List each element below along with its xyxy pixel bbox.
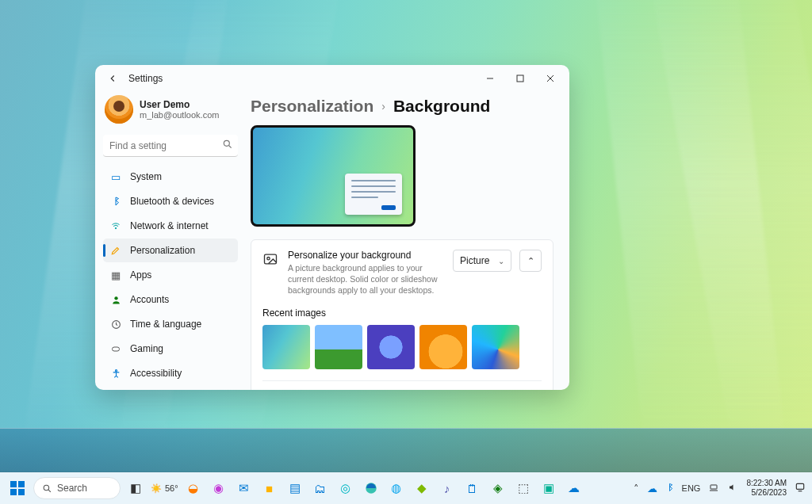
user-email: m_lab@outlook.com (140, 110, 219, 120)
svg-rect-18 (796, 483, 803, 489)
sidebar-item-network[interactable]: Network & internet (103, 214, 238, 238)
sidebar-item-label: Network & internet (130, 220, 209, 231)
pinned-app-11[interactable]: 🗒 (462, 478, 483, 498)
pinned-app-15[interactable]: ☁ (564, 478, 584, 498)
close-button[interactable] (536, 67, 565, 90)
svg-point-4 (224, 140, 229, 146)
settings-window: Settings User Demo m_lab@outlook.com (95, 65, 569, 390)
accessibility-icon (109, 367, 122, 380)
recent-thumb-4[interactable] (419, 325, 467, 369)
svg-line-14 (48, 490, 51, 492)
recent-images-title: Recent images (262, 307, 542, 319)
picture-icon (262, 251, 278, 267)
minimize-button[interactable] (476, 67, 504, 90)
chevron-right-icon: › (381, 100, 385, 113)
search-field[interactable] (103, 135, 238, 157)
sidebar-item-accounts[interactable]: Accounts (103, 288, 238, 311)
tray-overflow[interactable]: ˄ (634, 483, 639, 494)
sidebar-item-label: Bluetooth & devices (130, 196, 214, 207)
sidebar-item-bluetooth[interactable]: Bluetooth & devices (103, 189, 238, 213)
pinned-app-1[interactable]: ◒ (183, 478, 204, 498)
bluetooth-tray-icon[interactable] (665, 482, 674, 495)
system-tray: ˄ ☁ ENG 8:22:30 AM 5/26/2023 (634, 479, 806, 498)
svg-rect-16 (710, 485, 717, 489)
sidebar-item-time[interactable]: Time & language (103, 312, 238, 336)
dropdown-value: Picture (460, 255, 489, 266)
recent-thumb-3[interactable] (367, 325, 415, 369)
svg-line-5 (229, 146, 232, 148)
recent-thumb-1[interactable] (262, 325, 310, 369)
recent-thumb-5[interactable] (472, 325, 519, 369)
sidebar-item-label: System (130, 171, 162, 182)
language-indicator[interactable]: ENG (682, 483, 701, 493)
breadcrumb-current: Background (393, 97, 491, 116)
background-type-dropdown[interactable]: Picture ⌄ (453, 250, 511, 272)
pinned-app-12[interactable]: ◈ (488, 478, 508, 498)
user-profile[interactable]: User Demo m_lab@outlook.com (103, 92, 238, 133)
clock-icon (109, 318, 122, 330)
svg-point-6 (115, 227, 117, 229)
pinned-app-14[interactable]: ▣ (538, 478, 559, 498)
network-tray-icon[interactable] (708, 483, 719, 494)
pinned-app-4[interactable]: ■ (259, 478, 280, 498)
breadcrumb: Personalization › Background (251, 92, 553, 125)
pinned-app-3[interactable]: ✉ (234, 478, 255, 498)
svg-point-13 (44, 485, 49, 491)
sidebar-item-privacy[interactable]: Privacy & security (103, 386, 238, 390)
taskbar-clock[interactable]: 8:22:30 AM 5/26/2023 (746, 479, 787, 498)
pinned-app-8[interactable]: ◍ (386, 478, 407, 498)
sidebar-item-gaming[interactable]: Gaming (103, 337, 238, 361)
person-icon (109, 293, 122, 306)
start-button[interactable] (6, 477, 29, 499)
sidebar-item-accessibility[interactable]: Accessibility (103, 361, 238, 385)
svg-rect-1 (517, 75, 523, 82)
chevron-up-icon: ⌃ (527, 256, 534, 266)
recent-thumb-2[interactable] (315, 325, 362, 369)
sidebar-item-label: Personalization (130, 245, 195, 256)
sidebar-item-personalization[interactable]: Personalization (103, 239, 238, 262)
pinned-app-10[interactable]: ♪ (437, 478, 458, 498)
breadcrumb-parent[interactable]: Personalization (251, 97, 373, 116)
search-input[interactable] (103, 135, 238, 157)
wifi-icon (109, 220, 122, 232)
pinned-app-9[interactable]: ◆ (412, 478, 432, 498)
pinned-app-7[interactable]: ◎ (335, 478, 356, 498)
sidebar: User Demo m_lab@outlook.com ▭ System (95, 92, 246, 390)
pinned-app-edge[interactable] (361, 478, 381, 498)
sidebar-item-label: Accessibility (130, 368, 182, 379)
taskbar-search-label: Search (57, 483, 87, 494)
brush-icon (109, 244, 122, 257)
pinned-app-5[interactable]: ▤ (285, 478, 305, 498)
sidebar-item-apps[interactable]: ▦ Apps (103, 263, 238, 287)
weather-widget[interactable]: ☀️ 56° (151, 483, 178, 494)
preview-window (345, 174, 402, 215)
notifications-icon[interactable] (795, 482, 806, 495)
recent-images (262, 325, 542, 369)
svg-point-7 (114, 296, 117, 300)
svg-point-10 (115, 369, 117, 371)
bluetooth-icon (109, 195, 122, 208)
taskbar-search[interactable]: Search (33, 477, 121, 499)
pinned-app-2[interactable]: ◉ (209, 478, 229, 498)
card-title: Personalize your background (288, 250, 443, 261)
onedrive-icon[interactable]: ☁ (647, 483, 657, 494)
taskbar: Search ◧ ☀️ 56° ◒ ◉ ✉ ■ ▤ 🗂 ◎ ◍ ◆ ♪ 🗒 ◈ … (0, 472, 812, 504)
chevron-down-icon: ⌄ (498, 257, 504, 265)
sidebar-item-label: Time & language (130, 319, 201, 330)
search-icon (222, 139, 233, 152)
svg-point-12 (267, 258, 270, 260)
expand-toggle[interactable]: ⌃ (519, 250, 542, 272)
task-view-button[interactable]: ◧ (125, 478, 146, 498)
back-button[interactable] (103, 69, 122, 88)
background-card: Personalize your background A picture ba… (251, 239, 553, 390)
volume-tray-icon[interactable] (727, 483, 738, 494)
clock-date: 5/26/2023 (752, 488, 787, 498)
pinned-app-13[interactable]: ⬚ (513, 478, 534, 498)
maximize-button[interactable] (506, 67, 534, 90)
pinned-app-6[interactable]: 🗂 (310, 478, 331, 498)
system-icon: ▭ (109, 170, 122, 183)
avatar (105, 95, 133, 124)
sidebar-item-system[interactable]: ▭ System (103, 165, 238, 189)
main-content: Personalization › Background Personalize… (246, 92, 569, 390)
windows-icon (10, 481, 25, 495)
